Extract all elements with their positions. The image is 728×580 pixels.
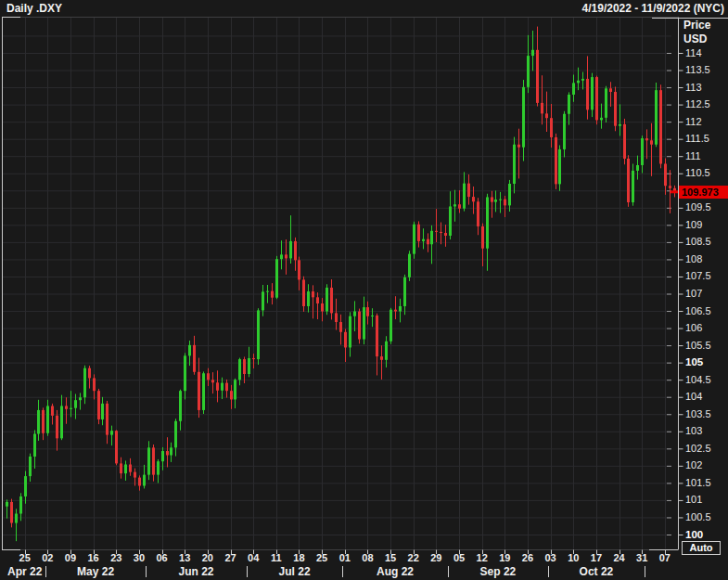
candle-body [10, 502, 13, 523]
candle-body [522, 87, 525, 148]
candle-body [257, 310, 260, 359]
price-tick-label: 109 [685, 219, 702, 230]
month-label: Sep 22 [466, 565, 530, 578]
candle-body [174, 421, 177, 448]
candle-body [358, 312, 361, 340]
month-label: Apr 22 [0, 565, 57, 578]
time-tick-label: 11 [264, 552, 288, 563]
price-tick-label: 102.5 [685, 443, 711, 454]
candle-body [481, 226, 484, 249]
candle-body [234, 380, 236, 399]
price-tick-label: 104 [685, 391, 702, 402]
time-tick-label: 19 [492, 552, 517, 563]
candle-body [289, 241, 292, 259]
time-tick-label: 18 [287, 552, 311, 563]
time-tick-label: 15 [378, 552, 402, 563]
candle-body [435, 231, 438, 232]
chart-canvas[interactable] [0, 0, 728, 580]
candle-body [664, 163, 667, 186]
candle-body [302, 279, 305, 306]
candle-body [248, 358, 250, 374]
price-tick-label: 101 [685, 494, 702, 505]
candle-body [353, 312, 356, 316]
candle-body [202, 373, 205, 410]
price-axis-unit: USD [683, 32, 707, 45]
candle-body [467, 184, 470, 197]
candle-body [536, 50, 539, 103]
candle-body [499, 200, 502, 200]
last-price-tick [671, 190, 678, 193]
price-tick-label: 109.5 [685, 201, 711, 213]
candle-body [179, 391, 182, 421]
price-tick-label: 104.5 [685, 374, 711, 385]
candle-body [83, 368, 86, 398]
candle-body [555, 137, 557, 184]
candle-body [271, 291, 274, 298]
candle-body [230, 391, 233, 399]
time-tick-label: 22 [402, 552, 426, 563]
candle-body [586, 79, 589, 110]
candle-body [659, 90, 662, 163]
time-tick-label: 25 [13, 552, 37, 563]
candle-body [366, 307, 369, 316]
candle-body [385, 342, 388, 360]
candle-body [280, 254, 283, 259]
candle-body [363, 307, 365, 339]
candle-body [491, 197, 493, 201]
candle-body [316, 297, 319, 303]
candle-body [380, 356, 383, 360]
candle-body [508, 184, 511, 205]
time-tick-label: 03 [539, 552, 563, 563]
candle-body [550, 118, 553, 137]
candle-body [138, 478, 141, 486]
candle-body [157, 461, 160, 474]
candle-body [307, 291, 310, 306]
price-tick-label: 105.5 [685, 340, 711, 351]
candle-body [266, 291, 269, 292]
candle-body [65, 406, 68, 408]
candle-body [641, 138, 644, 165]
candle-body [93, 378, 96, 391]
month-separator [645, 566, 645, 577]
auto-scale-button[interactable]: Auto [682, 541, 721, 555]
price-tick-label: 106 [685, 322, 702, 333]
candle-body [430, 231, 433, 244]
price-tick-label: 105 [685, 356, 703, 367]
candle-body [655, 90, 658, 145]
candle-body [252, 358, 255, 359]
candle-body [627, 159, 630, 202]
candle-body [494, 200, 497, 202]
candle-body [147, 447, 150, 474]
candle-body [326, 288, 328, 312]
candle-body [60, 406, 63, 438]
candle-body [312, 291, 314, 297]
candle-body [417, 225, 420, 241]
month-label: Jun 22 [164, 565, 229, 578]
candle-body [568, 95, 570, 114]
candle-body [458, 204, 461, 208]
month-separator [342, 566, 343, 577]
candle-body [545, 113, 548, 118]
price-tick-label: 102 [685, 459, 702, 470]
month-separator [448, 566, 449, 577]
candle-body [581, 79, 584, 81]
time-tick-label: 07 [653, 552, 677, 563]
price-tick-label: 101.5 [685, 477, 711, 488]
candle-body [321, 303, 324, 312]
time-tick-label: 13 [172, 552, 197, 563]
candle-body [221, 383, 224, 391]
candle-body [238, 359, 241, 380]
candle-body [207, 373, 210, 380]
price-tick-label: 103 [685, 425, 702, 436]
candle-body [262, 291, 264, 310]
price-tick-label: 108 [685, 253, 702, 264]
candle-body [541, 103, 543, 113]
price-tick-label: 110.5 [685, 167, 710, 178]
candle-body [29, 457, 32, 476]
chart-window: Daily .DXY 4/19/2022 - 11/9/2022 (NYC) P… [0, 0, 728, 580]
candle-body [193, 345, 196, 372]
candle-body [188, 345, 191, 355]
candle-body [517, 145, 520, 148]
last-price-label: 109.973 [679, 186, 728, 199]
time-tick-label: 06 [150, 552, 174, 563]
